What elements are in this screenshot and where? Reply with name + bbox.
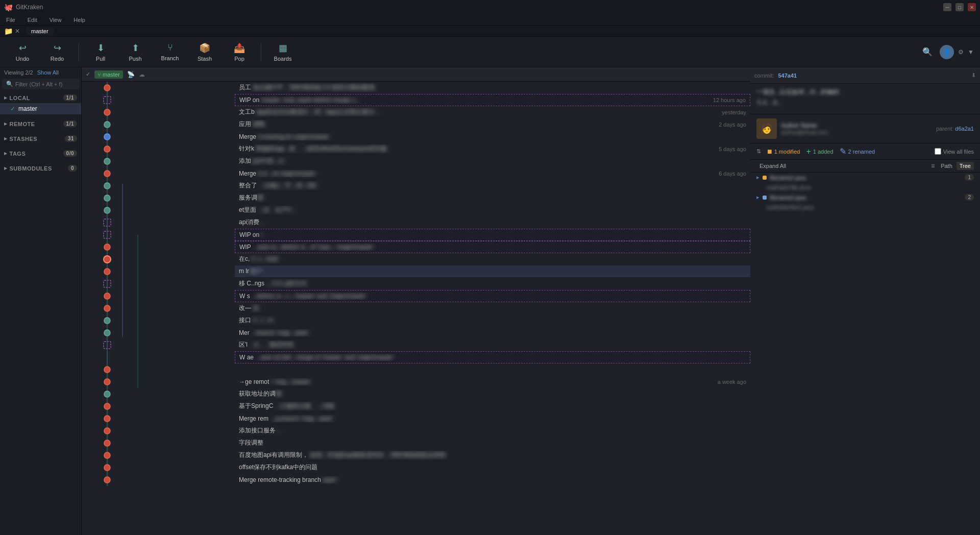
filter-input[interactable] [15,81,66,87]
commit-row[interactable]: 员工 免主键中平，同时增加每六计算的天数的配置 [235,82,750,94]
pull-button[interactable]: ⬇ Pull [84,39,117,65]
section-remote-header[interactable]: ▸ REMOTE 1/1 [0,118,81,129]
push-label: Push [129,56,141,62]
menu-file[interactable]: File [4,16,17,24]
pull-icon: ⬇ [97,42,105,54]
close-repo-button[interactable]: ✕ [15,28,20,35]
show-all-button[interactable]: Show All [37,69,59,76]
repo-tab-master[interactable]: master [26,27,54,35]
commit-row[interactable]: W ae ...auto sh bef...merge of 'master' … [235,351,750,363]
undo-button[interactable]: ↩ Undo [6,39,39,65]
settings-button[interactable]: ⚙ [958,48,964,56]
commit-row-selected[interactable]: m lr 的 f' [235,265,750,278]
minimize-button[interactable]: ─ [943,3,951,11]
commit-row[interactable]: Merge e-tracking br origin/master [235,131,750,143]
view-all-files-toggle[interactable]: View all files [935,148,974,155]
detail-desc-text2: 又次...这... [756,99,974,106]
pop-button[interactable]: 📤 Pop [223,39,256,65]
svg-point-30 [104,428,110,434]
parent-label: parent: d6a2a1 [936,126,974,132]
commit-row[interactable]: Merge e-tr...ch origin/master 6 days ago [235,167,750,180]
stash-button[interactable]: 📦 Stash [188,39,221,65]
user-avatar[interactable]: 👤 [940,45,954,59]
commit-row[interactable]: WIP on r [235,229,750,241]
svg-point-18 [104,269,110,275]
menu-view[interactable]: View [47,16,64,24]
commit-row[interactable]: W s ...before m...c...'master' and 'orig… [235,290,750,302]
file-list-item[interactable]: ▸ filename2.java 2 [750,192,980,203]
close-button[interactable]: ✕ [968,3,976,11]
commit-msg: Merge rem ...g branch 'origi...aster' [235,415,750,422]
branch-button[interactable]: ⑂ Branch [154,39,186,65]
commit-row[interactable]: Merge rem ...g branch 'origi...aster' [235,412,750,425]
commit-row[interactable]: →ge remot r 'orig...master' a week ago [235,376,750,388]
graph-commits-scroll[interactable]: 员工 免主键中平，同时增加每六计算的天数的配置 WIP on master: A… [82,82,750,535]
commit-row[interactable]: 添加 gnt中茶...ur [235,155,750,167]
commit-row[interactable]: 在c, h..c...heid [235,253,750,265]
commit-row[interactable]: 百度地图api有调用限制， 改用...市场的api获取省市区，同时增加获取运营商 [235,449,750,461]
commit-row[interactable]: 基于SpringC ...口服务注册、...功能 [235,400,750,412]
detail-file-tools: Expand All ≡ Path Tree [750,160,980,173]
download-button[interactable]: ⬇ [971,72,976,79]
detail-file-stats: ⇅ ■ 1 modified + 1 added ✎ 2 renamed Vie… [750,143,980,160]
commit-row[interactable]: offset保存不到kafka中的问题 [235,461,750,474]
commit-row[interactable]: 移 C..ngs ...六计.p的方式 [235,278,750,290]
commit-row[interactable]: 接口 rl...t...m [235,314,750,327]
svg-point-25 [104,367,110,373]
commit-row[interactable]: Merge remote-tracking branch aster' [235,474,750,486]
detail-author-row: 🧑 Author Name author@email.com parent: d… [750,114,980,143]
more-button[interactable]: ▼ [968,48,974,56]
commit-msg: Merge remote-tracking branch aster' [235,476,750,483]
commit-row[interactable]: 服务调整 [235,192,750,204]
commit-msg: WIP on master: Auto stash before merge o… [235,96,713,104]
section-tags-header[interactable]: ▸ TAGS 0/0 [0,148,81,159]
master-branch-chip[interactable]: ⑂ master [94,70,123,79]
commit-row[interactable]: api消费... [235,216,750,229]
folder-icon[interactable]: 📁 [4,27,13,35]
commit-msg [235,366,750,373]
path-toggle-button[interactable]: Path [938,162,955,170]
commit-row[interactable]: 针对k 商端的lagr...析，...保存offset到zookeeper的问题… [235,143,750,155]
expand-all-button[interactable]: Expand All [756,162,789,170]
commit-msg: 接口 rl...t...m [235,316,750,325]
commit-row[interactable]: et里面 ...试、生产F... [235,204,750,216]
boards-button[interactable]: ▦ Boards [266,39,299,65]
commit-row[interactable]: 获取地址的调整 [235,388,750,400]
section-submodules-header[interactable]: ▸ SUBMODULES 0 [0,163,81,174]
push-button[interactable]: ⬆ Push [119,39,152,65]
commit-row[interactable] [235,363,750,376]
commit-time: 12 hours ago [713,97,750,103]
search-button[interactable]: 🔍 [919,44,936,60]
commit-row[interactable]: 改— 况 [235,302,750,314]
commit-row[interactable]: WIP ...auto st...before m...of 'mas...''… [235,241,750,253]
commit-row[interactable]: Mer ...branch 'origi...aster' [235,327,750,339]
sidebar-item-master[interactable]: ✓ master [0,103,81,114]
commit-row[interactable]: WIP on master: Auto stash before merge o… [235,94,750,106]
menu-help[interactable]: Help [71,16,87,24]
section-local-header[interactable]: ▸ LOCAL 1/1 [0,92,81,103]
commit-row[interactable]: 添加接口服务... [235,425,750,437]
file-list-item[interactable]: ▸ filename1.java 1 [750,173,980,183]
section-stashes-header[interactable]: ▸ STASHES 31 [0,133,81,144]
svg-point-10 [104,171,110,177]
commit-row[interactable]: 区'l ...3...、测试环境 [235,339,750,351]
maximize-button[interactable]: □ [955,3,964,11]
svg-point-11 [104,183,110,189]
parent-info: parent: d6a2a1 [936,126,974,132]
commit-row[interactable]: 整合了 ...xo集x...字...词...到k [235,180,750,192]
svg-point-13 [104,207,110,213]
svg-point-33 [104,465,110,471]
svg-point-23 [104,330,110,336]
repo-tab-label: master [31,28,48,34]
commit-row[interactable]: 应用 调整 2 days ago [235,118,750,131]
tree-toggle-button[interactable]: Tree [957,162,974,170]
commit-msg: 基于SpringC ...口服务注册、...功能 [235,402,750,410]
commit-row[interactable]: 字段调整 [235,437,750,449]
redo-button[interactable]: ↪ Redo [41,39,74,65]
expand-remote-icon: ▸ [4,120,8,127]
undo-icon: ↩ [19,42,27,54]
stat-added: + 1 added [806,147,833,156]
view-all-files-checkbox[interactable] [935,148,941,155]
menu-edit[interactable]: Edit [26,16,39,24]
commit-row[interactable]: 文工b app的会话次数进行...钟...fapp之后再次展示... yeste… [235,106,750,118]
